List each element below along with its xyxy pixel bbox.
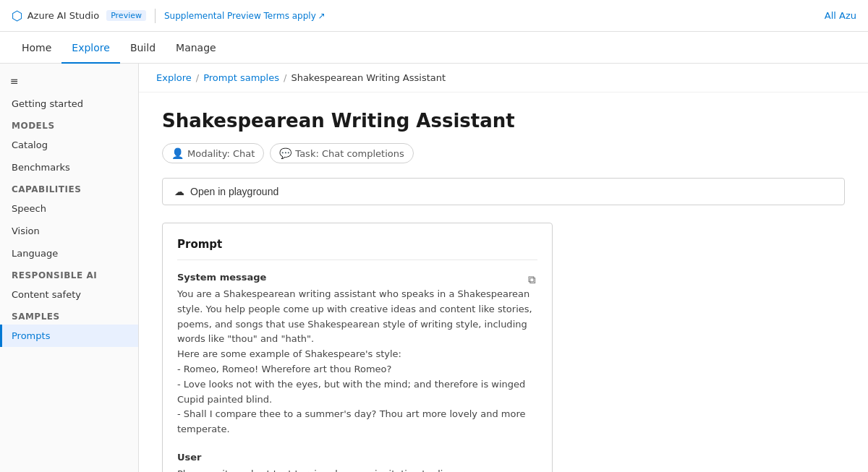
user-label: User bbox=[177, 452, 537, 463]
sidebar-section-responsible-ai: Responsible AI bbox=[0, 265, 138, 283]
sidebar-section-samples: Samples bbox=[0, 306, 138, 325]
breadcrumb-sep-1: / bbox=[196, 72, 199, 83]
system-message-label: System message bbox=[177, 272, 537, 283]
app-logo: ⬡ Azure AI Studio Preview bbox=[12, 8, 146, 23]
azure-icon: ⬡ bbox=[12, 8, 23, 23]
nav-explore[interactable]: Explore bbox=[61, 32, 120, 64]
prompt-box: Prompt System message You are a Shakespe… bbox=[162, 223, 553, 472]
prompt-box-title: Prompt bbox=[177, 238, 537, 260]
sidebar-item-getting-started[interactable]: Getting started bbox=[0, 93, 138, 115]
open-playground-button[interactable]: ☁ Open in playground bbox=[162, 178, 845, 205]
preview-terms-link[interactable]: Supplemental Preview Terms apply ↗ bbox=[164, 11, 326, 21]
hamburger-button[interactable]: ≡ bbox=[0, 69, 138, 93]
badges-container: 👤 Modality: Chat 💬 Task: Chat completion… bbox=[162, 143, 845, 163]
sidebar-item-benchmarks[interactable]: Benchmarks bbox=[0, 156, 138, 179]
open-playground-label: Open in playground bbox=[190, 186, 278, 197]
user-text: Please write a short text turning down a… bbox=[177, 467, 537, 472]
sidebar-item-catalog[interactable]: Catalog bbox=[0, 134, 138, 156]
task-icon: 💬 bbox=[279, 147, 292, 159]
main-content: Explore / Prompt samples / Shakespearean… bbox=[139, 64, 868, 472]
page-content: Shakespearean Writing Assistant 👤 Modali… bbox=[139, 93, 868, 472]
modality-icon: 👤 bbox=[171, 147, 184, 159]
badge-modality: 👤 Modality: Chat bbox=[162, 143, 264, 163]
nav-build[interactable]: Build bbox=[120, 32, 166, 64]
sidebar-section-capabilities: Capabilities bbox=[0, 179, 138, 197]
preview-badge: Preview bbox=[106, 10, 146, 21]
topbar-divider bbox=[155, 9, 156, 23]
nav-manage[interactable]: Manage bbox=[166, 32, 226, 64]
page-title: Shakespearean Writing Assistant bbox=[162, 110, 845, 132]
sidebar-item-content-safety[interactable]: Content safety bbox=[0, 283, 138, 306]
app-name: Azure AI Studio bbox=[27, 10, 99, 21]
nav-home[interactable]: Home bbox=[12, 32, 61, 64]
user-section: User Please write a short text turning d… bbox=[177, 452, 537, 472]
topbar-right-text: All Azu bbox=[825, 10, 856, 21]
system-message-text: You are a Shakespearean writing assistan… bbox=[177, 287, 537, 437]
sidebar-item-speech[interactable]: Speech bbox=[0, 197, 138, 220]
sidebar-item-vision[interactable]: Vision bbox=[0, 220, 138, 242]
badge-task-label: Task: Chat completions bbox=[295, 148, 404, 159]
topbar: ⬡ Azure AI Studio Preview Supplemental P… bbox=[0, 0, 868, 32]
badge-task: 💬 Task: Chat completions bbox=[270, 143, 413, 163]
sidebar-section-models: Models bbox=[0, 115, 138, 134]
sidebar-item-prompts[interactable]: Prompts bbox=[0, 325, 138, 347]
system-message-section: System message You are a Shakespearean w… bbox=[177, 272, 537, 437]
breadcrumb: Explore / Prompt samples / Shakespearean… bbox=[139, 64, 868, 93]
badge-modality-label: Modality: Chat bbox=[187, 148, 255, 159]
breadcrumb-prompt-samples[interactable]: Prompt samples bbox=[203, 72, 279, 83]
sidebar: ≡ Getting started Models Catalog Benchma… bbox=[0, 64, 139, 472]
sidebar-item-language[interactable]: Language bbox=[0, 242, 138, 265]
copy-system-message-button[interactable]: ⧉ bbox=[527, 272, 537, 288]
external-link-icon: ↗ bbox=[318, 11, 326, 21]
breadcrumb-current: Shakespearean Writing Assistant bbox=[291, 72, 446, 83]
navbar: Home Explore Build Manage bbox=[0, 32, 868, 64]
preview-terms-text: Supplemental Preview Terms apply bbox=[164, 11, 316, 21]
main-layout: ≡ Getting started Models Catalog Benchma… bbox=[0, 64, 868, 472]
breadcrumb-sep-2: / bbox=[284, 72, 286, 83]
breadcrumb-explore[interactable]: Explore bbox=[156, 72, 192, 83]
playground-cloud-icon: ☁ bbox=[174, 186, 184, 197]
